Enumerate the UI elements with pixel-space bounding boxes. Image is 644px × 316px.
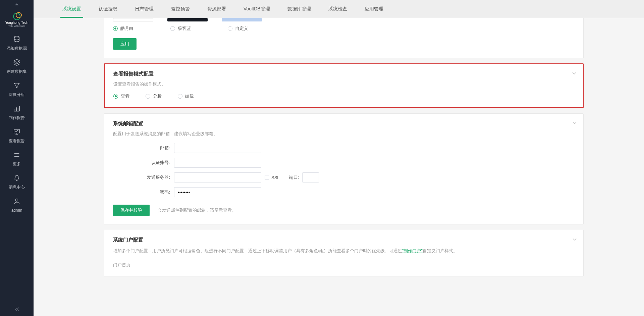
tab-label: 系统设置 (62, 6, 81, 12)
radio-icon (178, 94, 182, 99)
layers-icon (13, 59, 20, 66)
radio-label: 查看 (121, 93, 129, 99)
sidebar-item-label: 创建数据集 (7, 69, 27, 74)
logo-icon (13, 12, 20, 19)
database-icon (13, 36, 20, 43)
radio-icon (113, 26, 118, 31)
tab-auth[interactable]: 认证授权 (90, 0, 126, 18)
nodes-icon (13, 82, 20, 89)
theme-option-custom[interactable]: 自定义 (228, 25, 248, 32)
tab-label: VooltDB管理 (244, 6, 270, 12)
theme-swatch-dark[interactable] (167, 18, 208, 21)
radio-label: 皓月白 (120, 25, 133, 32)
label-port: 端口: (289, 174, 299, 180)
label-account: 认证账号: (113, 160, 174, 166)
theme-option-white[interactable]: 皓月白 (113, 25, 133, 32)
tab-label: 认证授权 (99, 6, 117, 12)
svg-point-5 (15, 199, 18, 201)
portal-home-label: 门户首页 (113, 262, 575, 268)
sidebar-item-view-report[interactable]: 查看报告 (0, 125, 34, 148)
tab-apps[interactable]: 应用管理 (356, 0, 392, 18)
theme-option-dark[interactable]: 极客蓝 (170, 25, 191, 32)
tab-syscheck[interactable]: 系统检查 (320, 0, 356, 18)
sidebar-item-user[interactable]: admin (0, 194, 34, 217)
menu-icon (13, 151, 20, 159)
tab-label: 日志管理 (135, 6, 154, 12)
content: 皓月白 极客蓝 自定义 应用 查看报告模式配置 设置查看报告的操作模式。 查看 … (34, 18, 644, 316)
panel-collapse-toggle[interactable] (573, 120, 577, 126)
radio-icon (228, 26, 232, 31)
sidebar: Yonghong Tech Talk with Data 添加数据源 创建数据集… (0, 0, 34, 316)
tab-label: 数据库管理 (287, 6, 311, 12)
monitor-icon (13, 128, 20, 136)
tab-label: 应用管理 (365, 6, 383, 12)
radio-label: 编辑 (185, 93, 194, 99)
input-mailbox[interactable] (174, 143, 261, 153)
email-hint: 会发送邮件到配置的邮箱，请留意查看。 (158, 207, 236, 213)
tabs: 系统设置 认证授权 日志管理 监控预警 资源部署 VooltDB管理 数据库管理… (34, 0, 644, 18)
input-password[interactable] (174, 187, 261, 197)
logo: Yonghong Tech Talk with Data (0, 9, 34, 32)
tab-database[interactable]: 数据库管理 (279, 0, 320, 18)
label-password: 密码: (113, 189, 174, 195)
sidebar-item-dataset[interactable]: 创建数据集 (0, 55, 34, 78)
tab-label: 监控预警 (171, 6, 190, 12)
radio-icon (113, 94, 118, 99)
bell-icon (13, 174, 20, 182)
sidebar-item-label: 制作报告 (9, 115, 25, 120)
sidebar-item-analysis[interactable]: 深度分析 (0, 78, 34, 102)
label-mailbox: 邮箱: (113, 145, 174, 151)
mode-option-view[interactable]: 查看 (113, 93, 129, 99)
theme-swatch-white[interactable] (113, 18, 153, 21)
sidebar-item-label: 消息中心 (9, 185, 25, 190)
save-validate-button[interactable]: 保存并校验 (113, 205, 150, 216)
radio-label: 分析 (153, 93, 162, 99)
panel-title: 查看报告模式配置 (113, 71, 574, 77)
tab-vooltdb[interactable]: VooltDB管理 (235, 0, 279, 18)
label-smtp: 发送服务器: (113, 174, 174, 180)
sidebar-collapse-toggle[interactable] (0, 303, 34, 316)
radio-label: 自定义 (235, 25, 248, 32)
bar-chart-icon (13, 105, 20, 112)
sidebar-item-label: 深度分析 (9, 92, 25, 97)
sidebar-collapse-up[interactable] (0, 0, 34, 9)
sidebar-item-label: 添加数据源 (7, 46, 27, 51)
apply-theme-button[interactable]: 应用 (113, 38, 137, 50)
sidebar-item-messages[interactable]: 消息中心 (0, 171, 34, 194)
user-icon (13, 198, 20, 205)
panel-title: 系统邮箱配置 (113, 120, 575, 127)
sidebar-item-label: 查看报告 (9, 139, 25, 143)
logo-sub: Talk with Data (0, 24, 34, 28)
tab-label: 资源部署 (207, 6, 226, 12)
mode-option-edit[interactable]: 编辑 (178, 93, 194, 99)
panel-desc: 设置查看报告的操作模式。 (113, 81, 574, 87)
portal-make-link[interactable]: "制作门户" (402, 248, 423, 253)
radio-icon (170, 26, 175, 31)
tab-logs[interactable]: 日志管理 (126, 0, 162, 18)
sidebar-item-datasource[interactable]: 添加数据源 (0, 32, 34, 55)
sidebar-item-label: admin (11, 208, 22, 213)
tab-resource[interactable]: 资源部署 (199, 0, 235, 18)
tab-system-settings[interactable]: 系统设置 (54, 0, 90, 18)
portal-desc-pre: 增加多个门户配置，用户所见门户可根据角色、组进行不同门户配置，通过上下移动调整用… (113, 248, 402, 253)
checkbox-ssl[interactable] (265, 175, 269, 180)
radio-icon (146, 94, 150, 99)
tab-label: 系统检查 (328, 6, 347, 12)
portal-desc: 增加多个门户配置，用户所见门户可根据角色、组进行不同门户配置，通过上下移动调整用… (113, 247, 575, 255)
sidebar-item-create-report[interactable]: 制作报告 (0, 102, 34, 125)
input-smtp[interactable] (174, 172, 261, 182)
theme-swatch-blue[interactable] (222, 18, 262, 21)
input-port[interactable] (302, 172, 319, 182)
input-account[interactable] (174, 158, 261, 168)
tab-monitor[interactable]: 监控预警 (162, 0, 199, 18)
panel-title: 系统门户配置 (113, 237, 575, 243)
sidebar-item-more[interactable]: 更多 (0, 148, 34, 171)
mode-option-analyze[interactable]: 分析 (146, 93, 162, 99)
panel-portal: 系统门户配置 增加多个门户配置，用户所见门户可根据角色、组进行不同门户配置，通过… (104, 230, 584, 276)
panel-desc: 配置用于发送系统消息的邮箱，建议填写企业级邮箱。 (113, 131, 575, 137)
panel-theme: 皓月白 极客蓝 自定义 应用 (104, 18, 584, 58)
panel-collapse-toggle[interactable] (573, 236, 577, 242)
panel-collapse-toggle[interactable] (572, 70, 576, 76)
svg-point-0 (14, 36, 19, 38)
logo-text: Yonghong Tech (0, 21, 34, 24)
